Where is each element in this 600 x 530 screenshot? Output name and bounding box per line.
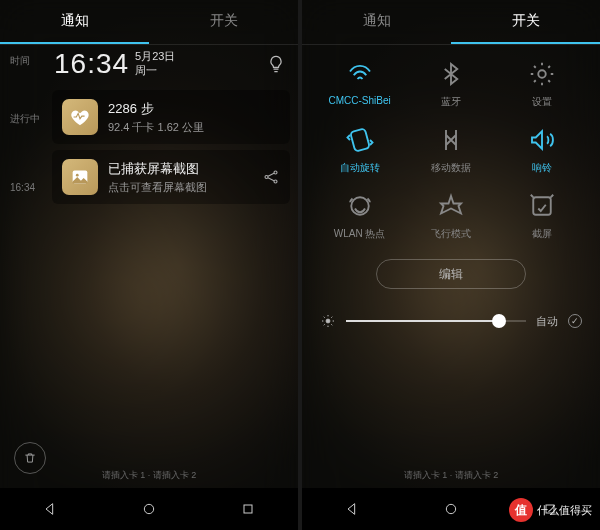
svg-point-11 [326, 319, 330, 323]
toggle-label: 设置 [532, 95, 552, 109]
toggle-icon [436, 59, 466, 89]
auto-label: 自动 [536, 314, 558, 329]
navbar [0, 488, 298, 530]
toggle-0[interactable]: CMCC-ShiBei [314, 53, 405, 115]
svg-point-3 [274, 171, 277, 174]
notification-screen: 通知 开关 时间 进行中 16:34 16:34 5月23日 周一 [0, 0, 298, 530]
nav-back-icon[interactable] [42, 501, 58, 517]
edit-button[interactable]: 编辑 [376, 259, 526, 289]
toggle-3[interactable]: 自动旋转 [314, 119, 405, 181]
auto-checkbox[interactable]: ✓ [568, 314, 582, 328]
toggle-label: CMCC-ShiBei [329, 95, 391, 106]
screenshot-card[interactable]: 已捕获屏幕截图 点击可查看屏幕截图 [52, 150, 290, 204]
toggle-screen: 通知 开关 CMCC-ShiBei蓝牙设置自动旋转移动数据响铃WLAN 热点飞行… [302, 0, 600, 530]
toggle-icon [345, 191, 375, 221]
tabs: 通知 开关 [0, 0, 298, 45]
svg-point-5 [144, 504, 153, 513]
toggle-icon [345, 125, 375, 155]
nav-back-icon[interactable] [344, 501, 360, 517]
bulb-icon[interactable] [266, 54, 286, 74]
share-icon[interactable] [262, 168, 280, 186]
tab-toggle[interactable]: 开关 [149, 0, 298, 44]
toggle-icon [436, 191, 466, 221]
gallery-icon [62, 159, 98, 195]
svg-point-1 [76, 174, 79, 177]
health-card[interactable]: 2286 步 92.4 千卡 1.62 公里 [52, 90, 290, 144]
toggle-label: WLAN 热点 [334, 227, 386, 241]
tab-notify[interactable]: 通知 [0, 0, 149, 44]
timeline-labels: 时间 进行中 16:34 [0, 40, 52, 470]
toggle-label: 移动数据 [431, 161, 471, 175]
health-sub: 92.4 千卡 1.62 公里 [108, 120, 280, 135]
clock: 16:34 [54, 48, 129, 80]
svg-rect-10 [534, 197, 552, 215]
screenshot-sub: 点击可查看屏幕截图 [108, 180, 252, 195]
toggle-8[interactable]: 截屏 [497, 185, 588, 247]
svg-point-7 [539, 70, 547, 78]
label-ts: 16:34 [0, 168, 52, 207]
tab-toggle[interactable]: 开关 [451, 0, 600, 44]
toggle-icon [527, 125, 557, 155]
toggle-label: 飞行模式 [431, 227, 471, 241]
watermark: 值 什么值得买 [509, 498, 592, 522]
toggle-icon [345, 59, 375, 89]
screenshot-title: 已捕获屏幕截图 [108, 160, 252, 178]
toggle-label: 蓝牙 [441, 95, 461, 109]
brightness-row: 自动 ✓ [302, 289, 600, 329]
label-time: 时间 [0, 40, 52, 82]
brightness-icon [320, 313, 336, 329]
svg-point-2 [265, 176, 268, 179]
weekday: 周一 [135, 64, 175, 78]
svg-point-4 [274, 180, 277, 183]
svg-rect-6 [244, 505, 252, 513]
toggle-icon [527, 191, 557, 221]
toggle-6[interactable]: WLAN 热点 [314, 185, 405, 247]
watermark-badge: 值 [509, 498, 533, 522]
toggle-1[interactable]: 蓝牙 [405, 53, 496, 115]
svg-rect-8 [350, 128, 370, 151]
svg-point-12 [446, 504, 455, 513]
toggle-icon [436, 125, 466, 155]
toggle-7[interactable]: 飞行模式 [405, 185, 496, 247]
toggle-4[interactable]: 移动数据 [405, 119, 496, 181]
toggle-icon [527, 59, 557, 89]
nav-recent-icon[interactable] [240, 501, 256, 517]
watermark-text: 什么值得买 [537, 503, 592, 518]
toggle-label: 自动旋转 [340, 161, 380, 175]
nav-home-icon[interactable] [443, 501, 459, 517]
toggle-2[interactable]: 设置 [497, 53, 588, 115]
label-ongoing: 进行中 [0, 98, 52, 140]
sim-status: 请插入卡 1 · 请插入卡 2 [302, 469, 600, 482]
date: 5月23日 [135, 50, 175, 64]
health-title: 2286 步 [108, 100, 280, 118]
brightness-slider[interactable] [346, 320, 526, 322]
nav-home-icon[interactable] [141, 501, 157, 517]
toggle-grid: CMCC-ShiBei蓝牙设置自动旋转移动数据响铃WLAN 热点飞行模式截屏 [302, 45, 600, 247]
health-icon [62, 99, 98, 135]
toggle-label: 响铃 [532, 161, 552, 175]
toggle-label: 截屏 [532, 227, 552, 241]
tabs: 通知 开关 [302, 0, 600, 45]
toggle-5[interactable]: 响铃 [497, 119, 588, 181]
sim-status: 请插入卡 1 · 请插入卡 2 [0, 469, 298, 482]
tab-notify[interactable]: 通知 [302, 0, 451, 44]
time-row: 16:34 5月23日 周一 [52, 40, 290, 90]
